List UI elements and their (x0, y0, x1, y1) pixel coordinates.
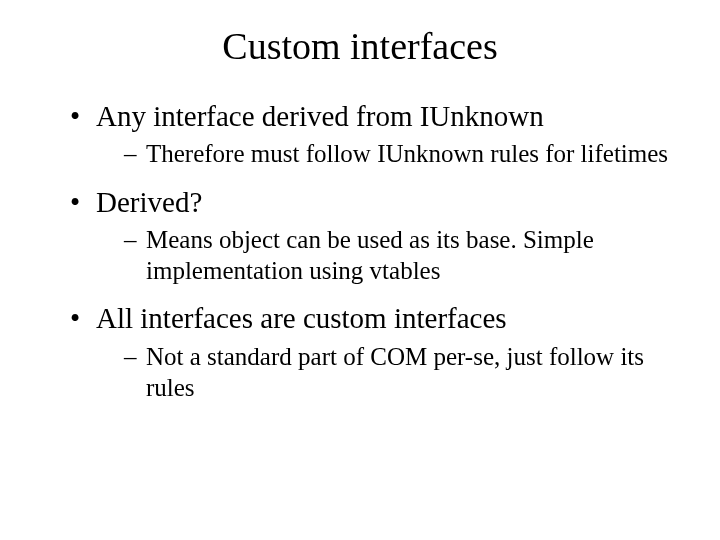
sub-bullet-text: Not a standard part of COM per-se, just … (146, 343, 644, 401)
sub-list: Therefore must follow IUnknown rules for… (96, 138, 680, 169)
sub-bullet-text: Therefore must follow IUnknown rules for… (146, 140, 668, 167)
list-item: Means object can be used as its base. Si… (124, 224, 680, 287)
sub-list: Means object can be used as its base. Si… (96, 224, 680, 287)
list-item: Therefore must follow IUnknown rules for… (124, 138, 680, 169)
list-item: Derived? Means object can be used as its… (70, 184, 680, 287)
list-item: Not a standard part of COM per-se, just … (124, 341, 680, 404)
sub-list: Not a standard part of COM per-se, just … (96, 341, 680, 404)
slide-title: Custom interfaces (40, 24, 680, 68)
list-item: All interfaces are custom interfaces Not… (70, 300, 680, 403)
bullet-text: Derived? (96, 186, 202, 218)
list-item: Any interface derived from IUnknown Ther… (70, 98, 680, 170)
sub-bullet-text: Means object can be used as its base. Si… (146, 226, 594, 284)
bullet-list: Any interface derived from IUnknown Ther… (40, 98, 680, 403)
bullet-text: All interfaces are custom interfaces (96, 302, 507, 334)
bullet-text: Any interface derived from IUnknown (96, 100, 544, 132)
slide: Custom interfaces Any interface derived … (0, 0, 720, 540)
